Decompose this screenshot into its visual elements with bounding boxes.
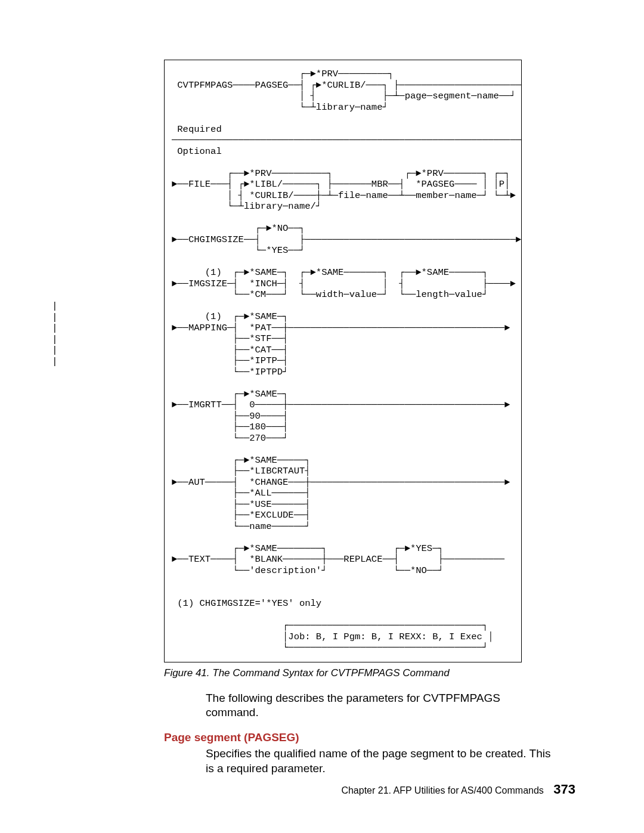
figure-caption: Figure 41. The Command Syntax for CVTPFM… (164, 667, 584, 679)
pagseg-description: Specifies the qualified name of the page… (206, 747, 555, 776)
footer-chapter-text: Chapter 21. AFP Utilities for AS/400 Com… (341, 785, 543, 795)
page-footer: Chapter 21. AFP Utilities for AS/400 Com… (341, 782, 575, 797)
intro-paragraph: The following describes the parameters f… (206, 691, 555, 720)
change-bar-column: | | | | | | (52, 301, 58, 367)
syntax-diagram: ┌─►*PRV─────────┐ CVTPFMPAGS────PAGSEG──… (164, 60, 522, 662)
footer-page-number: 373 (553, 782, 575, 797)
heading-page-segment: Page segment (PAGSEG) (164, 731, 584, 744)
page-container: | | | | | | ┌─►*PRV─────────┐ CVTPFMPAGS… (0, 0, 644, 833)
figure-caption-text: The Command Syntax for CVTPFMPAGS Comman… (212, 667, 449, 679)
figure-number: Figure 41. (164, 667, 210, 679)
